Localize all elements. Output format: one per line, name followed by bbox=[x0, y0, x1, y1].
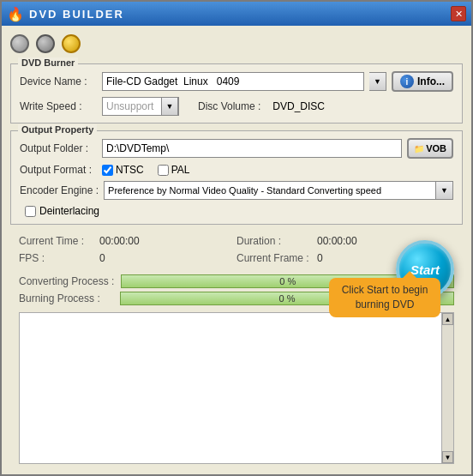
scroll-thumb[interactable] bbox=[442, 325, 453, 451]
disc-volume-label: Disc Volume : bbox=[198, 100, 260, 112]
window-body: DVD Burner Device Name : ▼ i Info... Wri… bbox=[2, 26, 471, 474]
deinterlacing-label: Deinterlacing bbox=[39, 205, 99, 217]
tooltip-text: Click Start to begin burning DVD bbox=[342, 284, 428, 310]
traffic-light-3[interactable] bbox=[62, 34, 81, 53]
fps-item: FPS : 0 bbox=[19, 252, 236, 264]
write-speed-value: Unsupport bbox=[103, 100, 161, 112]
stats-row-2: FPS : 0 Current Frame : 0 bbox=[19, 252, 454, 264]
stats-row-1: Current Time : 00:00:00 Duration : 00:00… bbox=[19, 235, 454, 247]
pal-checkbox[interactable] bbox=[158, 165, 169, 176]
log-area: ▲ ▼ bbox=[19, 312, 454, 464]
dvd-burner-group: DVD Burner Device Name : ▼ i Info... Wri… bbox=[10, 63, 463, 124]
stats-section: Current Time : 00:00:00 Duration : 00:00… bbox=[10, 232, 463, 268]
current-time-value: 00:00:00 bbox=[99, 235, 140, 247]
write-speed-label: Write Speed : bbox=[20, 100, 97, 112]
burning-percent: 0 % bbox=[279, 293, 296, 304]
device-name-label: Device Name : bbox=[20, 75, 97, 87]
dvd-burner-label: DVD Burner bbox=[18, 57, 78, 68]
ntsc-pal-row: NTSC PAL bbox=[102, 164, 453, 176]
main-window: 🔥 DVD BUILDER ✕ DVD Burner Device Name :… bbox=[0, 0, 473, 476]
duration-label: Duration : bbox=[236, 235, 314, 247]
disc-volume-value: DVD_DISC bbox=[272, 100, 325, 112]
device-name-input[interactable] bbox=[102, 72, 364, 91]
pal-label: PAL bbox=[171, 164, 190, 176]
vob-button[interactable]: 📁 VOB bbox=[407, 138, 453, 159]
burning-progress-row: Burning Process : 0 % Click Start to beg… bbox=[10, 292, 463, 305]
traffic-light-1[interactable] bbox=[10, 34, 29, 53]
close-button[interactable]: ✕ bbox=[451, 6, 466, 21]
duration-value: 00:00:00 bbox=[317, 235, 357, 247]
device-name-row: Device Name : ▼ i Info... bbox=[20, 71, 453, 92]
converting-label: Converting Process : bbox=[19, 275, 114, 287]
encoder-select[interactable]: Preference by Normal Video Quality - Sta… bbox=[104, 181, 436, 200]
info-icon: i bbox=[400, 75, 414, 88]
encoder-engine-label: Encoder Engine : bbox=[20, 184, 99, 196]
title-bar: 🔥 DVD BUILDER ✕ bbox=[2, 2, 471, 26]
traffic-light-2[interactable] bbox=[36, 34, 55, 53]
write-speed-row: Write Speed : Unsupport ▼ Disc Volume : … bbox=[20, 97, 453, 116]
current-time-item: Current Time : 00:00:00 bbox=[19, 235, 236, 247]
output-folder-label: Output Folder : bbox=[20, 142, 97, 154]
output-folder-input[interactable] bbox=[102, 139, 402, 158]
ntsc-label: NTSC bbox=[116, 164, 144, 176]
output-format-label: Output Format : bbox=[20, 164, 97, 176]
current-frame-label: Current Frame : bbox=[236, 252, 314, 264]
ntsc-checkbox[interactable] bbox=[102, 165, 113, 176]
window-title: DVD BUILDER bbox=[29, 8, 124, 21]
fps-label: FPS : bbox=[19, 252, 96, 264]
output-folder-row: Output Folder : 📁 VOB bbox=[20, 138, 453, 159]
output-format-row: Output Format : NTSC PAL bbox=[20, 164, 453, 176]
vob-label: VOB bbox=[426, 143, 446, 154]
encoder-select-wrap: Preference by Normal Video Quality - Sta… bbox=[104, 181, 453, 200]
deinterlacing-checkbox[interactable] bbox=[25, 206, 36, 217]
burning-label: Burning Process : bbox=[19, 292, 113, 304]
current-frame-value: 0 bbox=[317, 252, 323, 264]
current-time-label: Current Time : bbox=[19, 235, 96, 247]
scroll-down-arrow[interactable]: ▼ bbox=[442, 451, 453, 463]
info-label: Info... bbox=[417, 75, 445, 87]
traffic-lights bbox=[10, 34, 463, 53]
pal-checkbox-wrap[interactable]: PAL bbox=[158, 164, 190, 176]
deinterlacing-row: Deinterlacing bbox=[20, 205, 453, 217]
start-tooltip: Click Start to begin burning DVD bbox=[329, 278, 440, 317]
scrollbar[interactable]: ▲ ▼ bbox=[441, 313, 453, 463]
encoder-engine-row: Encoder Engine : Preference by Normal Vi… bbox=[20, 181, 453, 200]
bottom-section: Converting Process : 0 % Start Burning P… bbox=[10, 274, 463, 467]
device-dropdown-btn[interactable]: ▼ bbox=[369, 72, 386, 91]
converting-percent: 0 % bbox=[279, 276, 296, 286]
scroll-up-arrow[interactable]: ▲ bbox=[442, 313, 453, 325]
write-speed-select[interactable]: Unsupport ▼ bbox=[102, 97, 179, 116]
title-bar-left: 🔥 DVD BUILDER bbox=[7, 6, 124, 22]
encoder-dropdown-btn[interactable]: ▼ bbox=[436, 181, 453, 200]
info-button[interactable]: i Info... bbox=[392, 71, 453, 92]
fps-value: 0 bbox=[99, 252, 105, 264]
encoder-value: Preference by Normal Video Quality - Sta… bbox=[108, 185, 381, 196]
ntsc-checkbox-wrap[interactable]: NTSC bbox=[102, 164, 144, 176]
write-speed-dropdown[interactable]: ▼ bbox=[161, 97, 178, 116]
output-property-group: Output Property Output Folder : 📁 VOB Ou… bbox=[10, 130, 463, 225]
output-property-label: Output Property bbox=[18, 124, 97, 135]
